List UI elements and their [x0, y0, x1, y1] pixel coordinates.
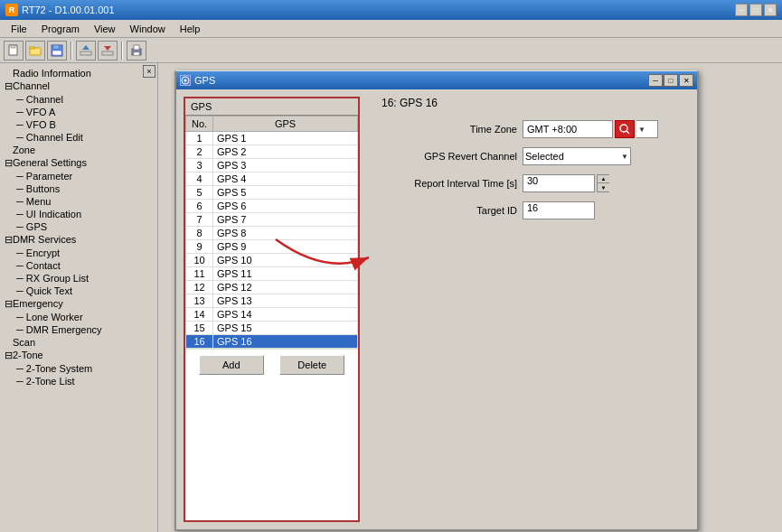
gps-row-no: 7: [186, 213, 213, 227]
dialog-minimize-button[interactable]: ─: [648, 74, 663, 87]
sidebar-item-rx-group-list[interactable]: ─ RX Group List: [2, 272, 155, 285]
report-interval-input[interactable]: 30: [523, 174, 595, 192]
svg-marker-8: [82, 45, 90, 50]
app-close-button[interactable]: ✕: [764, 4, 777, 16]
gps-revert-row: GPS Revert Channel Selected ▼: [382, 147, 683, 165]
sidebar-item-scan[interactable]: Scan: [2, 336, 155, 349]
menu-view[interactable]: View: [87, 22, 123, 36]
sidebar-item-gps[interactable]: ─ GPS: [2, 220, 155, 233]
menu-program[interactable]: Program: [34, 22, 87, 36]
gps-revert-value: Selected: [525, 151, 564, 162]
gps-table-row[interactable]: 9 GPS 9: [186, 240, 358, 254]
sidebar-item-2tone-list[interactable]: ─ 2-Tone List: [2, 375, 155, 387]
gps-table-row[interactable]: 12 GPS 12: [186, 281, 358, 294]
time-zone-input[interactable]: GMT +8:00: [523, 120, 613, 138]
gps-table-row[interactable]: 7 GPS 7: [186, 213, 358, 227]
gps-table-row[interactable]: 5 GPS 5: [186, 186, 358, 200]
gps-row-no: 3: [186, 159, 213, 173]
toolbar-new-button[interactable]: [4, 41, 24, 61]
gps-list-scroll[interactable]: No. GPS 1 GPS 1 2 GPS 2 3 GPS 3 4 GPS 4 …: [185, 116, 358, 349]
sidebar-item-buttons[interactable]: ─ Buttons: [2, 182, 155, 195]
gps-table-row[interactable]: 13 GPS 13: [186, 294, 358, 308]
time-zone-search-button[interactable]: [615, 120, 635, 138]
dialog-maximize-button[interactable]: □: [664, 74, 678, 87]
gps-table-row[interactable]: 11 GPS 11: [186, 267, 358, 281]
gps-list-header: GPS: [185, 98, 358, 116]
tree-view: Radio Information ⊟Channel ─ Channel ─ V…: [0, 63, 157, 391]
gps-table-row[interactable]: 3 GPS 3: [186, 159, 358, 173]
expand-icon-general: ⊟: [4, 157, 13, 169]
gps-table-row[interactable]: 4 GPS 4: [186, 173, 358, 186]
sidebar-item-2tone[interactable]: ⊟2-Tone: [2, 349, 155, 362]
gps-table-row[interactable]: 2 GPS 2: [186, 145, 358, 159]
main-layout: × Radio Information ⊟Channel ─ Channel ─…: [0, 63, 782, 532]
sidebar-item-vfo-a[interactable]: ─ VFO A: [2, 106, 155, 118]
gps-table-row[interactable]: 10 GPS 10: [186, 254, 358, 267]
sidebar-item-2tone-system[interactable]: ─ 2-Tone System: [2, 362, 155, 375]
gps-row-no: 15: [186, 322, 213, 335]
sidebar-item-zone[interactable]: Zone: [2, 144, 155, 156]
gps-table-row[interactable]: 8 GPS 8: [186, 227, 358, 240]
toolbar-print-button[interactable]: [127, 41, 146, 61]
menu-file[interactable]: File: [4, 22, 34, 36]
spinner-up-button[interactable]: ▲: [597, 175, 609, 183]
gps-table-row[interactable]: 15 GPS 15: [186, 322, 358, 335]
sidebar-item-radio-information[interactable]: Radio Information: [2, 67, 155, 79]
sidebar-item-general-settings[interactable]: ⊟General Settings: [2, 156, 155, 170]
delete-button[interactable]: Delete: [279, 355, 344, 375]
sidebar-item-channel-edit[interactable]: ─ Channel Edit: [2, 131, 155, 144]
toolbar-open-button[interactable]: [25, 41, 45, 61]
toolbar-save-button[interactable]: [47, 41, 67, 61]
app-title: RT72 - D1.00.01.001: [22, 5, 115, 15]
gps-row-no: 1: [186, 132, 213, 145]
app-maximize-button[interactable]: □: [749, 4, 762, 16]
toolbar-upload-button[interactable]: [76, 41, 96, 61]
target-id-input[interactable]: 16: [523, 201, 595, 219]
gps-row-no: 2: [186, 145, 213, 159]
sidebar-item-channel[interactable]: ─ Channel: [2, 93, 155, 106]
gps-row-name: GPS 4: [213, 173, 358, 186]
sidebar-item-dmr-emergency[interactable]: ─ DMR Emergency: [2, 323, 155, 336]
gps-table-row[interactable]: 16 GPS 16: [186, 335, 358, 349]
gps-row-no: 10: [186, 254, 213, 267]
add-button[interactable]: Add: [199, 355, 264, 375]
gps-revert-label: GPS Revert Channel: [382, 151, 517, 162]
menu-window[interactable]: Window: [123, 22, 173, 36]
sidebar-item-emergency[interactable]: ⊟Emergency: [2, 297, 155, 311]
svg-point-15: [184, 79, 187, 82]
sidebar-item-ui-indication[interactable]: ─ UI Indication: [2, 208, 155, 220]
gps-detail-panel: 16: GPS 16 Time Zone GMT +8:00: [367, 89, 697, 529]
sidebar-item-parameter[interactable]: ─ Parameter: [2, 170, 155, 182]
sidebar-item-vfo-b[interactable]: ─ VFO B: [2, 118, 155, 131]
menu-help[interactable]: Help: [173, 22, 208, 36]
gps-revert-dropdown[interactable]: Selected ▼: [523, 147, 631, 165]
sidebar-item-channel-root[interactable]: ⊟Channel: [2, 79, 155, 93]
gps-table-row[interactable]: 1 GPS 1: [186, 132, 358, 145]
report-interval-control: 30 ▲ ▼: [523, 174, 609, 192]
gps-table-row[interactable]: 6 GPS 6: [186, 200, 358, 213]
gps-table-row[interactable]: 14 GPS 14: [186, 308, 358, 322]
sidebar-close-button[interactable]: ×: [143, 65, 155, 78]
sidebar-item-encrypt[interactable]: ─ Encrypt: [2, 247, 155, 259]
svg-rect-13: [134, 52, 139, 55]
gps-revert-control: Selected ▼: [523, 147, 631, 165]
gps-row-name: GPS 15: [213, 322, 358, 335]
gps-row-name: GPS 13: [213, 294, 358, 308]
time-zone-dropdown[interactable]: ▼: [636, 120, 658, 138]
dropdown-arrow-icon: ▼: [638, 126, 645, 134]
dialog-window-controls: ─ □ ✕: [648, 74, 693, 87]
sidebar-item-quick-text[interactable]: ─ Quick Text: [2, 285, 155, 297]
svg-rect-12: [134, 45, 139, 50]
sidebar-item-lone-worker[interactable]: ─ Lone Worker: [2, 311, 155, 323]
sidebar-item-dmr-services[interactable]: ⊟DMR Services: [2, 233, 155, 247]
sidebar-item-contact[interactable]: ─ Contact: [2, 259, 155, 272]
gps-table: No. GPS 1 GPS 1 2 GPS 2 3 GPS 3 4 GPS 4 …: [185, 116, 358, 349]
report-interval-spinner[interactable]: ▲ ▼: [597, 174, 609, 192]
sidebar-item-menu[interactable]: ─ Menu: [2, 195, 155, 208]
time-zone-label: Time Zone: [382, 124, 517, 135]
app-minimize-button[interactable]: ─: [735, 4, 748, 16]
toolbar-download-button[interactable]: [98, 41, 118, 61]
svg-rect-6: [52, 51, 61, 55]
dialog-close-button[interactable]: ✕: [679, 74, 693, 87]
spinner-down-button[interactable]: ▼: [597, 183, 609, 191]
